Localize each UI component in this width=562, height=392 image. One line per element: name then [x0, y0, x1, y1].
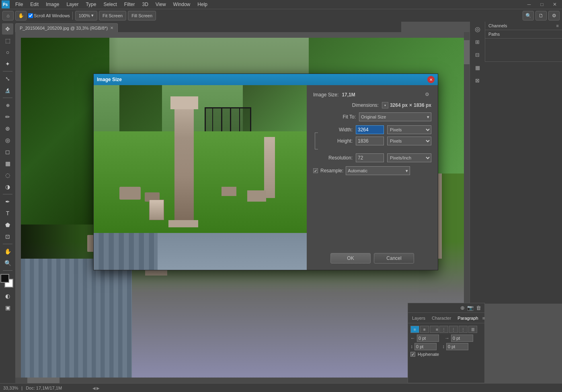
cancel-button[interactable]: Cancel	[374, 253, 414, 263]
menu-layer[interactable]: Layer	[63, 1, 82, 8]
dialog-titlebar: Image Size ✕	[94, 74, 438, 85]
quick-selection-tool[interactable]: ✦	[2, 58, 13, 69]
align-left-button[interactable]: ≡	[410, 326, 419, 333]
character-tab[interactable]: Character	[429, 315, 453, 321]
hand-tool-option[interactable]: ✋	[15, 11, 27, 20]
eraser-tool[interactable]: ◻	[2, 146, 13, 157]
camera-panel-button[interactable]: 📷	[467, 305, 474, 311]
preview-bricks	[94, 233, 158, 270]
dimensions-expand-button[interactable]: ▾	[382, 102, 388, 108]
history-brush-tool[interactable]: ◎	[2, 135, 13, 146]
move-tool[interactable]: ✥	[2, 23, 13, 35]
horizontal-scrollbar[interactable]	[15, 378, 464, 383]
menu-type[interactable]: Type	[82, 1, 99, 8]
maximize-button[interactable]: □	[536, 0, 548, 9]
preview-scene	[94, 85, 307, 270]
patterns-button[interactable]: ⊠	[472, 75, 483, 86]
paragraph-tab[interactable]: Paragraph	[455, 315, 480, 321]
space-after-input[interactable]	[446, 343, 468, 350]
color-wheel-button[interactable]: ◎	[472, 23, 483, 35]
zoom-display[interactable]: 100% ▾	[75, 11, 97, 20]
resample-dropdown[interactable]: Automatic ▾	[346, 166, 410, 175]
ok-button[interactable]: OK	[330, 253, 371, 263]
foreground-color-swatch[interactable]	[0, 274, 9, 283]
menu-image[interactable]: Image	[43, 1, 62, 8]
gradients-button[interactable]: ▦	[472, 62, 483, 73]
space-before-input[interactable]	[414, 343, 437, 350]
scroll-left-arrow[interactable]: ◀	[92, 386, 96, 390]
dodge-tool[interactable]: ◑	[2, 181, 13, 192]
preview-pillar-base	[168, 220, 198, 227]
align-center-button[interactable]: ≡	[420, 326, 429, 333]
path-tool[interactable]: ⊡	[2, 231, 13, 242]
menu-3d[interactable]: 3D	[139, 1, 151, 8]
hyphenate-checkbox[interactable]	[410, 352, 415, 357]
channels-menu[interactable]: ≡	[556, 23, 559, 28]
spot-heal-tool[interactable]: ⊕	[2, 100, 13, 111]
new-doc-button[interactable]: 🗋	[535, 11, 547, 20]
swatches-button[interactable]: ⊟	[472, 49, 483, 60]
lasso-tool[interactable]: ○	[2, 47, 13, 58]
zoom-tool[interactable]: 🔍	[2, 257, 13, 269]
height-label: Height:	[337, 138, 353, 144]
indent-right-input[interactable]	[451, 335, 473, 342]
quick-mask-mode[interactable]: ◐	[2, 290, 13, 302]
hand-tool[interactable]: ✋	[2, 246, 13, 257]
width-unit-select[interactable]: Pixels Inches Centimeters Percent	[387, 125, 431, 134]
blur-tool[interactable]: ◌	[2, 169, 13, 181]
crop-tool[interactable]: ⤡	[2, 73, 13, 84]
bottom-panel-menu[interactable]: ≡	[482, 316, 485, 321]
fill-screen-button[interactable]: Fill Screen	[128, 11, 156, 20]
resolution-unit-select[interactable]: Pixels/Inch Pixels/Centimeter	[387, 153, 431, 162]
align-right-button[interactable]: ≡	[430, 326, 439, 333]
delete-panel-button[interactable]: 🗑	[476, 305, 481, 311]
scroll-right-arrow[interactable]: ▶	[96, 386, 100, 390]
justify-center-button[interactable]: ⋮	[449, 326, 458, 333]
adjustment-button[interactable]: ⊞	[472, 36, 483, 47]
image-size-gear-icon[interactable]: ⚙	[425, 92, 431, 98]
brush-tool[interactable]: ✏	[2, 111, 13, 122]
document-tab[interactable]: P_20150604_205209.jpg @ 33,3% (RGB/8*) ✕	[15, 23, 118, 32]
indent-left-input[interactable]	[417, 335, 439, 342]
menu-help[interactable]: Help	[194, 1, 211, 8]
shape-tool[interactable]: ⬟	[2, 219, 13, 231]
resample-checkbox[interactable]	[313, 168, 318, 173]
dialog-close-button[interactable]: ✕	[427, 76, 435, 83]
height-unit-select[interactable]: Pixels Inches Centimeters Percent	[387, 137, 431, 145]
menu-filter[interactable]: Filter	[121, 1, 138, 8]
menu-edit[interactable]: Edit	[27, 1, 42, 8]
search-button[interactable]: 🔍	[523, 11, 534, 20]
clone-stamp-tool[interactable]: ⊛	[2, 123, 13, 134]
eyedropper-tool[interactable]: 🔬	[2, 85, 13, 96]
svg-text:Ps: Ps	[3, 2, 8, 7]
marquee-tool[interactable]: ⬚	[2, 35, 13, 46]
justify-right-button[interactable]: ⋮	[459, 326, 468, 333]
indent-left-icon: ←	[410, 335, 415, 341]
gradient-tool[interactable]: ▦	[2, 158, 13, 169]
close-window-button[interactable]: ✕	[549, 0, 560, 9]
justify-left-button[interactable]: ⋮	[439, 326, 448, 333]
panel-actions: ⊕ 📷 🗑	[408, 303, 484, 313]
tab-close-button[interactable]: ✕	[110, 26, 113, 30]
fit-to-dropdown[interactable]: Original Size ▾	[359, 112, 431, 121]
height-input[interactable]	[356, 137, 384, 145]
bottom-right-panel: ⊕ 📷 🗑 Layers Character Paragraph ≡ ≡ ≡ ≡…	[408, 303, 485, 383]
screen-mode[interactable]: ▣	[2, 302, 13, 313]
layers-tab[interactable]: Layers	[410, 315, 428, 321]
justify-all-button[interactable]: ☰	[468, 326, 477, 333]
pen-tool[interactable]: ✒	[2, 196, 13, 207]
fit-screen-button[interactable]: Fit Screen	[99, 11, 126, 20]
menu-view[interactable]: View	[152, 1, 169, 8]
doc-size-display: Doc: 17,1M/17,1M	[26, 386, 62, 390]
scroll-all-checkbox[interactable]	[28, 13, 33, 18]
create-new-panel-button[interactable]: ⊕	[460, 305, 465, 311]
settings-button[interactable]: ⚙	[548, 11, 560, 20]
menu-file[interactable]: File	[12, 1, 26, 8]
menu-select[interactable]: Select	[100, 1, 120, 8]
menu-window[interactable]: Window	[170, 1, 194, 8]
minimize-button[interactable]: ─	[523, 0, 535, 9]
resolution-input[interactable]	[356, 153, 384, 162]
home-button[interactable]: ⌂	[2, 11, 14, 20]
text-tool[interactable]: T	[2, 208, 13, 219]
width-input[interactable]	[356, 125, 384, 134]
